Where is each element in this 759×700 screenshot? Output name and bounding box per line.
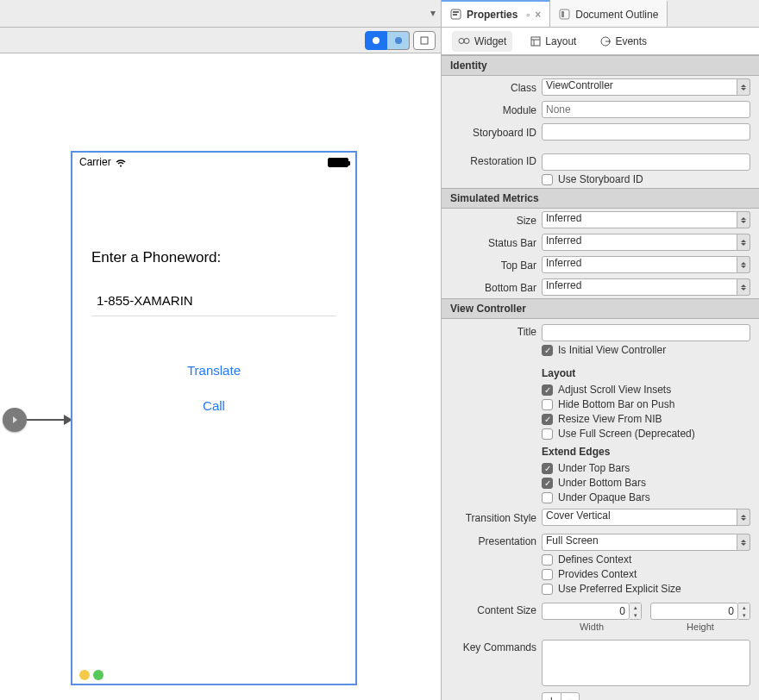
under-opaque-checkbox[interactable] [542, 492, 553, 503]
properties-icon [450, 9, 461, 20]
device-footer-icons [79, 670, 104, 680]
translate-button[interactable]: Translate [72, 363, 355, 378]
carrier-text: Carrier [79, 156, 111, 168]
widget-icon [458, 36, 470, 46]
properties-scroll[interactable]: Identity Class ViewController Module Sto… [442, 55, 759, 700]
bottombar-select[interactable]: Inferred [542, 278, 750, 296]
topbar-select[interactable]: Inferred [542, 256, 750, 273]
vc-title-field[interactable] [542, 324, 750, 341]
device-frame[interactable]: Carrier Enter a Phoneword: 1-855-XAMARIN… [71, 151, 357, 685]
transition-select[interactable]: Cover Vertical [542, 509, 750, 526]
initial-vc-checkbox[interactable] [542, 345, 553, 356]
status-bar: Carrier [72, 153, 355, 172]
warning-dot-icon[interactable] [79, 670, 90, 680]
svg-point-1 [395, 37, 402, 44]
add-button[interactable]: + [543, 693, 561, 700]
add-dot-icon[interactable] [93, 670, 104, 680]
preferred-size-checkbox[interactable] [542, 584, 553, 595]
section-metrics: Simulated Metrics [442, 188, 759, 209]
chevron-updown-icon[interactable] [737, 534, 750, 551]
section-viewcontroller: View Controller [442, 298, 759, 319]
svg-rect-5 [453, 14, 457, 16]
chevron-updown-icon[interactable] [737, 278, 750, 296]
resize-nib-checkbox[interactable] [542, 414, 553, 425]
subtab-events[interactable]: Events [594, 31, 653, 52]
svg-point-0 [373, 37, 380, 44]
key-commands-add-remove: +− [542, 692, 580, 700]
wifi-icon [115, 158, 127, 167]
storyboard-id-field[interactable] [542, 123, 750, 141]
hide-bottom-checkbox[interactable] [542, 399, 553, 410]
class-select[interactable]: ViewController [542, 78, 750, 96]
under-top-checkbox[interactable] [542, 463, 553, 474]
restoration-id-field[interactable] [542, 153, 750, 171]
subtab-layout[interactable]: Layout [524, 31, 582, 52]
chevron-updown-icon[interactable] [737, 509, 750, 526]
inspector-tabbar: Properties ▫ × Document Outline [442, 0, 759, 28]
use-storyboard-id-checkbox[interactable] [542, 174, 553, 185]
key-commands-list[interactable] [542, 640, 750, 686]
canvas-toolbar [0, 28, 441, 53]
under-bottom-checkbox[interactable] [542, 478, 553, 489]
chevron-updown-icon[interactable] [737, 78, 750, 96]
close-tab-icon[interactable]: × [535, 9, 541, 21]
width-stepper[interactable]: ▴▾ [542, 603, 642, 620]
canvas-area: ▾ Carrie [0, 0, 442, 700]
height-stepper[interactable]: ▴▾ [650, 603, 750, 620]
module-field[interactable] [542, 101, 750, 118]
svg-point-8 [459, 39, 464, 44]
size-select[interactable]: Inferred [542, 211, 750, 228]
provides-context-checkbox[interactable] [542, 569, 553, 580]
phoneword-label: Enter a Phoneword: [91, 249, 355, 266]
call-button[interactable]: Call [72, 398, 355, 413]
canvas-top-bar: ▾ [0, 0, 441, 28]
svg-rect-10 [531, 37, 540, 46]
tab-document-outline[interactable]: Document Outline [550, 0, 668, 27]
chevron-updown-icon[interactable] [737, 256, 750, 273]
chevron-updown-icon[interactable] [737, 211, 750, 228]
adjust-insets-checkbox[interactable] [542, 384, 553, 396]
canvas-dropdown-icon[interactable]: ▾ [430, 7, 436, 19]
svg-rect-7 [561, 11, 564, 17]
property-subtabs: Widget Layout Events [442, 28, 759, 55]
storyboard-entry-point[interactable] [3, 408, 27, 432]
svg-rect-6 [560, 9, 569, 19]
subtab-widget[interactable]: Widget [452, 31, 512, 52]
section-identity: Identity [442, 55, 759, 76]
full-screen-checkbox[interactable] [542, 428, 553, 440]
battery-icon [328, 158, 348, 167]
defines-context-checkbox[interactable] [542, 554, 553, 566]
toggle-bounds-button[interactable] [413, 31, 436, 50]
svg-rect-2 [421, 37, 428, 44]
svg-point-9 [464, 39, 469, 44]
constraint-mode-preview[interactable] [387, 31, 410, 50]
statusbar-select[interactable]: Inferred [542, 234, 750, 251]
events-icon [600, 36, 611, 47]
remove-button[interactable]: − [561, 693, 580, 700]
presentation-select[interactable]: Full Screen [542, 534, 750, 551]
svg-rect-4 [453, 11, 459, 13]
canvas-body[interactable]: Carrier Enter a Phoneword: 1-855-XAMARIN… [0, 53, 441, 700]
outline-icon [559, 9, 570, 20]
constraint-mode-editing[interactable] [365, 31, 387, 50]
pin-icon[interactable]: ▫ [526, 9, 530, 20]
phoneword-input[interactable]: 1-855-XAMARIN [91, 285, 336, 316]
entry-arrow [27, 419, 67, 421]
constraint-mode-segment[interactable] [365, 31, 410, 50]
inspector-panel: Properties ▫ × Document Outline Widget L… [442, 0, 759, 700]
chevron-updown-icon[interactable] [737, 234, 750, 251]
layout-icon [530, 36, 541, 47]
tab-properties[interactable]: Properties ▫ × [442, 0, 550, 27]
